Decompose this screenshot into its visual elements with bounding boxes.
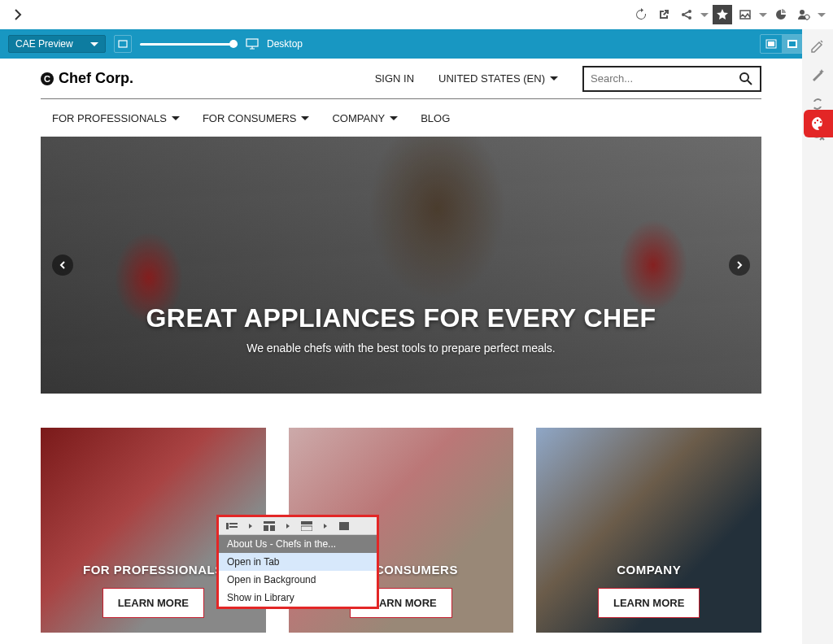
- svg-rect-22: [270, 525, 275, 531]
- chevron-down-icon[interactable]: [758, 5, 768, 24]
- learn-more-button[interactable]: LEARN MORE: [102, 588, 204, 618]
- nav-professionals[interactable]: FOR PROFESSIONALS: [52, 112, 180, 124]
- site-nav: FOR PROFESSIONALS FOR CONSUMERS COMPANY …: [41, 99, 761, 137]
- pie-chart-icon[interactable]: [771, 5, 791, 24]
- svg-rect-17: [226, 523, 229, 529]
- sign-in-link[interactable]: SIGN IN: [375, 72, 414, 85]
- reload-icon[interactable]: [631, 5, 651, 24]
- svg-point-4: [800, 10, 805, 15]
- zoom-slider[interactable]: [140, 43, 238, 46]
- chevron-down-icon: [390, 116, 398, 120]
- svg-rect-19: [229, 526, 238, 528]
- nav-consumers[interactable]: FOR CONSUMERS: [203, 112, 310, 124]
- locale-label: UNITED STATES (EN): [438, 72, 545, 85]
- rail-wand-icon[interactable]: [808, 65, 827, 85]
- svg-rect-21: [264, 525, 268, 531]
- svg-point-16: [820, 121, 822, 123]
- site-header: C Chef Corp. SIGN IN UNITED STATES (EN): [41, 59, 761, 99]
- preview-bar: CAE Preview Desktop: [0, 29, 833, 59]
- ctx-tab-icon[interactable]: [263, 520, 276, 532]
- viewport-label: Desktop: [267, 38, 303, 50]
- view-mode-a-icon[interactable]: [761, 35, 782, 53]
- preview-mode-select[interactable]: CAE Preview: [8, 35, 106, 53]
- image-icon[interactable]: [735, 5, 755, 24]
- card-title: FOR PROFESSIONALS: [83, 563, 224, 577]
- ctx-tab-caret-icon[interactable]: [286, 523, 290, 529]
- context-item-show-library[interactable]: Show in Library: [219, 589, 377, 607]
- svg-rect-9: [768, 41, 774, 46]
- caret-down-icon: [550, 76, 558, 80]
- card-row: FOR PROFESSIONALS LEARN MORE FOR CONSUME…: [41, 428, 761, 633]
- collapse-chevron-icon[interactable]: [7, 3, 29, 26]
- search-box[interactable]: [582, 66, 761, 92]
- context-menu: About Us - Chefs in the... Open in Tab O…: [216, 515, 379, 609]
- card-title: COMPANY: [617, 563, 681, 577]
- context-menu-tabs: [219, 517, 377, 535]
- brand-name: Chef Corp.: [59, 70, 133, 87]
- share-icon[interactable]: [677, 5, 696, 24]
- chevron-down-icon[interactable]: [700, 5, 709, 24]
- svg-point-13: [740, 73, 748, 81]
- svg-point-14: [814, 122, 816, 124]
- learn-more-button[interactable]: LEARN MORE: [598, 588, 700, 618]
- preview-mode-label: CAE Preview: [15, 38, 73, 50]
- desktop-viewport-icon[interactable]: [246, 38, 259, 50]
- open-external-icon[interactable]: [654, 5, 674, 24]
- logo-mark-icon: C: [41, 72, 54, 85]
- svg-rect-6: [119, 41, 127, 47]
- chevron-down-icon: [90, 42, 98, 46]
- user-settings-icon[interactable]: [794, 5, 813, 24]
- hero-title: GREAT APPLIANCES FOR EVERY CHEF: [146, 303, 656, 333]
- svg-rect-18: [229, 523, 238, 524]
- hero-next-icon[interactable]: [729, 255, 750, 276]
- ctx-tab-caret-icon[interactable]: [248, 523, 253, 529]
- hero-prev-icon[interactable]: [52, 255, 73, 276]
- chevron-down-icon: [301, 116, 309, 120]
- card-company[interactable]: COMPANY LEARN MORE: [536, 428, 761, 633]
- context-item-open-tab[interactable]: Open in Tab: [219, 553, 377, 571]
- locale-selector[interactable]: UNITED STATES (EN): [438, 72, 558, 85]
- ctx-tab-caret-icon[interactable]: [323, 523, 328, 529]
- hero-banner: GREAT APPLIANCES FOR EVERY CHEF We enabl…: [41, 137, 761, 394]
- ctx-tab-icon[interactable]: [300, 520, 313, 532]
- rail-edit-icon[interactable]: [808, 36, 827, 55]
- site-root: C Chef Corp. SIGN IN UNITED STATES (EN) …: [8, 59, 794, 633]
- search-icon[interactable]: [739, 72, 753, 86]
- view-mode-b-icon[interactable]: [782, 35, 803, 53]
- context-item-open-background[interactable]: Open in Background: [219, 571, 377, 589]
- svg-point-1: [688, 10, 691, 13]
- svg-rect-24: [301, 526, 312, 531]
- palette-fab-icon[interactable]: [804, 110, 833, 137]
- svg-rect-23: [301, 521, 312, 524]
- device-rotate-icon[interactable]: [114, 35, 132, 53]
- app-toolbar: [0, 0, 833, 29]
- search-input[interactable]: [591, 72, 739, 85]
- svg-rect-7: [246, 39, 258, 46]
- brand-logo[interactable]: C Chef Corp.: [41, 70, 133, 87]
- bookmark-star-icon[interactable]: [713, 5, 732, 24]
- nav-company[interactable]: COMPANY: [332, 112, 398, 124]
- svg-rect-20: [264, 521, 275, 524]
- chevron-down-icon: [172, 116, 180, 120]
- chevron-down-icon[interactable]: [817, 5, 826, 24]
- ctx-tab-icon[interactable]: [338, 520, 351, 532]
- ctx-tab-icon[interactable]: [225, 520, 238, 532]
- hero-subtitle: We enable chefs with the best tools to p…: [246, 342, 556, 355]
- nav-blog[interactable]: BLOG: [421, 112, 450, 124]
- preview-stage[interactable]: C Chef Corp. SIGN IN UNITED STATES (EN) …: [0, 59, 802, 644]
- svg-point-2: [688, 16, 691, 20]
- svg-rect-11: [789, 41, 796, 46]
- context-menu-title: About Us - Chefs in the...: [219, 535, 377, 553]
- svg-point-15: [817, 120, 818, 121]
- svg-rect-25: [339, 522, 349, 530]
